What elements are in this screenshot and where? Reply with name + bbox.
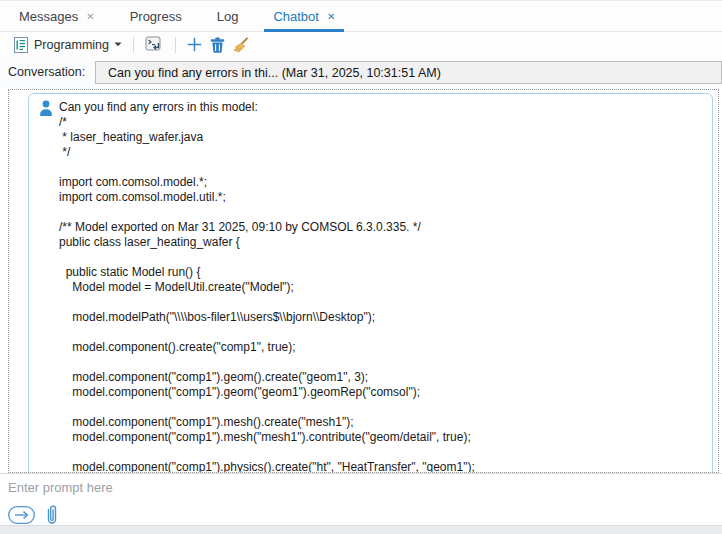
window-bottom-strip bbox=[0, 525, 722, 534]
tab-progress-label: Progress bbox=[130, 9, 182, 24]
user-message-bubble: Can you find any errors in this model: /… bbox=[28, 93, 713, 473]
tab-bar: Messages ✕ Progress Log Chatbot ✕ bbox=[0, 1, 722, 32]
tab-messages[interactable]: Messages ✕ bbox=[8, 1, 106, 31]
conversation-label: Conversation: bbox=[8, 65, 85, 79]
close-icon[interactable]: ✕ bbox=[327, 11, 335, 22]
console-insert-icon bbox=[145, 36, 164, 53]
attach-file-button[interactable] bbox=[45, 504, 59, 526]
conversation-viewport[interactable]: Can you find any errors in this model: /… bbox=[8, 89, 719, 473]
send-to-method-editor-button[interactable] bbox=[141, 34, 168, 55]
user-message-text: Can you find any errors in this model: /… bbox=[59, 100, 704, 473]
paperclip-icon bbox=[45, 504, 59, 526]
send-arrow-icon bbox=[8, 506, 35, 524]
tab-chatbot[interactable]: Chatbot ✕ bbox=[262, 1, 346, 31]
close-icon[interactable]: ✕ bbox=[86, 11, 94, 22]
prompt-input[interactable] bbox=[0, 474, 722, 501]
new-conversation-button[interactable] bbox=[183, 35, 206, 54]
tab-chatbot-label: Chatbot bbox=[273, 9, 319, 24]
chatbot-toolbar: Programming bbox=[0, 32, 722, 57]
plus-icon bbox=[187, 37, 202, 52]
conversation-selected-value: Can you find any errors in thi... (Mar 3… bbox=[108, 66, 441, 80]
delete-conversation-button[interactable] bbox=[206, 35, 229, 55]
clear-conversation-button[interactable] bbox=[229, 35, 253, 55]
user-avatar-icon bbox=[39, 100, 53, 116]
tab-progress[interactable]: Progress bbox=[119, 1, 193, 31]
conversation-select[interactable]: Can you find any errors in thi... (Mar 3… bbox=[95, 61, 722, 84]
prompt-actions bbox=[8, 504, 59, 526]
tab-messages-label: Messages bbox=[19, 9, 78, 24]
broom-icon bbox=[233, 37, 249, 53]
toolbar-separator bbox=[175, 37, 176, 53]
tab-log-label: Log bbox=[217, 9, 239, 24]
programming-mode-dropdown[interactable]: Programming bbox=[10, 35, 126, 55]
tab-log[interactable]: Log bbox=[206, 1, 250, 31]
prompt-input-row bbox=[0, 473, 722, 501]
programming-mode-label: Programming bbox=[34, 38, 109, 52]
conversation-bar: Conversation: Can you find any errors in… bbox=[0, 57, 722, 89]
send-button[interactable] bbox=[8, 506, 35, 524]
toolbar-separator bbox=[133, 37, 134, 53]
programming-document-icon bbox=[14, 37, 29, 53]
trash-icon bbox=[210, 37, 225, 53]
chevron-down-icon bbox=[114, 42, 122, 47]
